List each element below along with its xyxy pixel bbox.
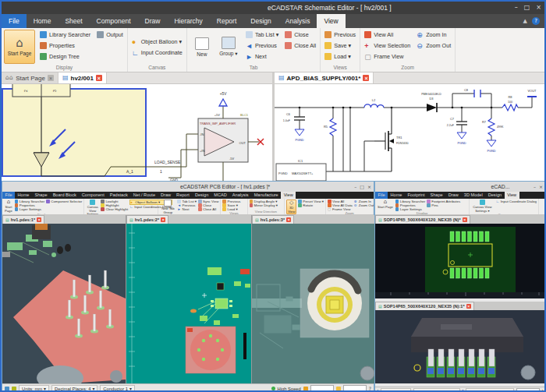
menu-tab[interactable]: Draw bbox=[138, 14, 168, 28]
qat-icon[interactable] bbox=[27, 184, 33, 189]
close-tab-icon[interactable]: × bbox=[96, 75, 102, 81]
ribbon-button[interactable]: Next bbox=[244, 51, 280, 62]
schematic-canvas-left[interactable]: 2 3 A_1 1 LOAD_SENSE GND bbox=[2, 84, 272, 182]
layer-select[interactable]: Conductor 1▾ bbox=[100, 385, 135, 392]
qat-icon[interactable] bbox=[5, 4, 13, 12]
doc-tab-apd-bias-supply[interactable]: ▤ APD_BIAS_SUPPLY/001* × bbox=[275, 72, 374, 83]
menu-tab[interactable]: Analysis bbox=[229, 192, 251, 199]
qat-icon[interactable] bbox=[136, 4, 144, 12]
ribbon-button[interactable]: Zoom In bbox=[415, 30, 452, 40]
menu-tab[interactable]: Design bbox=[243, 14, 278, 28]
qat-icon[interactable] bbox=[392, 184, 397, 189]
maximize-button[interactable]: □ bbox=[360, 185, 364, 189]
qat-icon[interactable] bbox=[34, 184, 40, 189]
route-mode-icon[interactable] bbox=[303, 387, 308, 391]
feedback-wires[interactable] bbox=[326, 108, 392, 171]
pane-splitter[interactable] bbox=[272, 72, 275, 182]
decimal-places-select[interactable]: Decimal Places: 4▾ bbox=[51, 385, 98, 392]
ribbon-button[interactable]: Close bbox=[283, 30, 317, 40]
qat-icon[interactable] bbox=[378, 184, 383, 189]
menu-tab[interactable]: Footprint bbox=[405, 192, 427, 199]
qat-icon[interactable] bbox=[420, 184, 425, 189]
qat-icon[interactable] bbox=[103, 4, 112, 12]
units-select[interactable]: Units: mm▾ bbox=[381, 388, 411, 392]
menu-tab[interactable]: Shape bbox=[32, 192, 50, 199]
connector-symbol[interactable]: 2 3 bbox=[12, 84, 70, 97]
snap-icon[interactable] bbox=[336, 387, 341, 391]
start-page-button[interactable]: Start Page bbox=[4, 200, 13, 213]
3d-view-button[interactable]: 3D View bbox=[286, 200, 296, 214]
ribbon-big-button[interactable]: Group ▾ bbox=[216, 30, 241, 64]
qat-icon[interactable] bbox=[48, 184, 54, 189]
qat-icon[interactable] bbox=[48, 4, 57, 12]
footprint-3d-view[interactable] bbox=[375, 310, 545, 383]
layers-icon[interactable] bbox=[12, 387, 16, 391]
qat-icon[interactable] bbox=[125, 4, 133, 12]
qat-icon[interactable] bbox=[62, 184, 68, 189]
ribbon-button[interactable]: Mirror Display ▾ bbox=[250, 203, 278, 207]
capacitor-c7[interactable]: C7 2.2uF PGND bbox=[447, 108, 467, 145]
ribbon-button[interactable]: Close All bbox=[198, 207, 218, 211]
menu-tab[interactable]: Design bbox=[192, 192, 211, 199]
maximize-button[interactable]: □ bbox=[524, 5, 530, 11]
footprint-tab[interactable]: ▤ SOP14P65_500X640X120_NEX35 (N)* × bbox=[375, 215, 470, 224]
ribbon-button[interactable]: Next bbox=[177, 207, 197, 211]
qat-icon[interactable] bbox=[20, 184, 26, 189]
menu-tab[interactable]: Component bbox=[79, 192, 107, 199]
width-value-input[interactable] bbox=[343, 385, 367, 392]
qat-icon[interactable] bbox=[441, 184, 446, 189]
snap-icon[interactable] bbox=[542, 390, 543, 392]
ribbon-button[interactable]: Component Selector bbox=[46, 200, 82, 203]
menu-tab[interactable]: Hierarchy bbox=[167, 14, 209, 28]
doc-tab-hv2[interactable]: ▤ hv2/001 × bbox=[58, 72, 107, 83]
inductor-l2[interactable]: L2 bbox=[364, 98, 384, 108]
pane-tab[interactable]: ▤ hv1.pdes:1* × bbox=[2, 215, 44, 224]
ribbon-button[interactable]: Zoom Out bbox=[415, 41, 452, 51]
collapse-ribbon-icon[interactable]: ▲ bbox=[523, 19, 527, 24]
qat-icon[interactable] bbox=[27, 4, 35, 12]
schematic-canvas-right[interactable]: C6 1.0uF PGND R5 L2 bbox=[275, 84, 546, 182]
ribbon-button[interactable]: Pins bbox=[427, 203, 460, 207]
close-tab-icon[interactable]: × bbox=[286, 217, 291, 222]
doc-tab-start-page[interactable]: ⌂ Start Page × bbox=[2, 72, 58, 83]
close-tab-icon[interactable]: × bbox=[363, 75, 369, 81]
grid-icon[interactable] bbox=[5, 387, 9, 391]
ribbon-button[interactable]: Output bbox=[95, 30, 125, 40]
menu-tab[interactable]: Report bbox=[210, 14, 244, 28]
qat-icon[interactable] bbox=[83, 184, 89, 189]
close-tab-icon[interactable]: × bbox=[37, 217, 41, 222]
ribbon-button[interactable]: Input Coordinate bbox=[130, 48, 184, 58]
pcb-3d-component-view[interactable] bbox=[252, 224, 375, 383]
ribbon-button[interactable]: Rotate bbox=[298, 203, 324, 207]
ribbon-button[interactable]: Tab List ▾ bbox=[244, 30, 280, 40]
menu-tab[interactable]: 3D Model bbox=[461, 192, 485, 199]
qat-icon[interactable] bbox=[70, 4, 79, 12]
qat-icon[interactable] bbox=[462, 184, 467, 189]
minimize-button[interactable]: – bbox=[534, 185, 536, 189]
qat-icon[interactable] bbox=[427, 184, 432, 189]
start-page-button[interactable]: Start Page bbox=[377, 200, 394, 210]
qat-icon[interactable] bbox=[59, 4, 68, 12]
help-icon[interactable]: ? bbox=[532, 17, 540, 25]
ribbon-button[interactable]: Design Tree bbox=[38, 51, 92, 62]
vout-terminal[interactable]: VOUT bbox=[527, 89, 537, 97]
close-tab-icon[interactable]: × bbox=[48, 75, 54, 81]
ribbon-button[interactable]: Object Balloon ▾ bbox=[130, 37, 184, 47]
menu-tab[interactable]: View bbox=[317, 14, 345, 28]
menu-tab[interactable]: Report bbox=[174, 192, 193, 199]
canvas-view-settings-button[interactable]: Canvas View Settings ▾ bbox=[86, 200, 99, 215]
qat-icon[interactable] bbox=[92, 4, 101, 12]
menu-tab[interactable]: Board Block bbox=[50, 192, 79, 199]
minimize-button[interactable]: – bbox=[515, 5, 518, 11]
qat-icon[interactable] bbox=[413, 184, 418, 189]
diode-d3[interactable]: PMEG4010ELD D3 bbox=[421, 93, 441, 112]
menu-tab[interactable]: MCAD bbox=[211, 192, 229, 199]
close-button[interactable]: × bbox=[536, 5, 541, 11]
menu-tab[interactable]: File bbox=[375, 192, 388, 199]
qat-icon[interactable] bbox=[448, 184, 453, 189]
close-tab-icon[interactable]: × bbox=[463, 217, 467, 222]
menu-tab[interactable]: Design bbox=[485, 192, 504, 199]
qat-icon[interactable] bbox=[76, 184, 82, 189]
ribbon-button[interactable]: View Selection bbox=[363, 41, 412, 51]
grid-icon[interactable] bbox=[378, 390, 378, 392]
